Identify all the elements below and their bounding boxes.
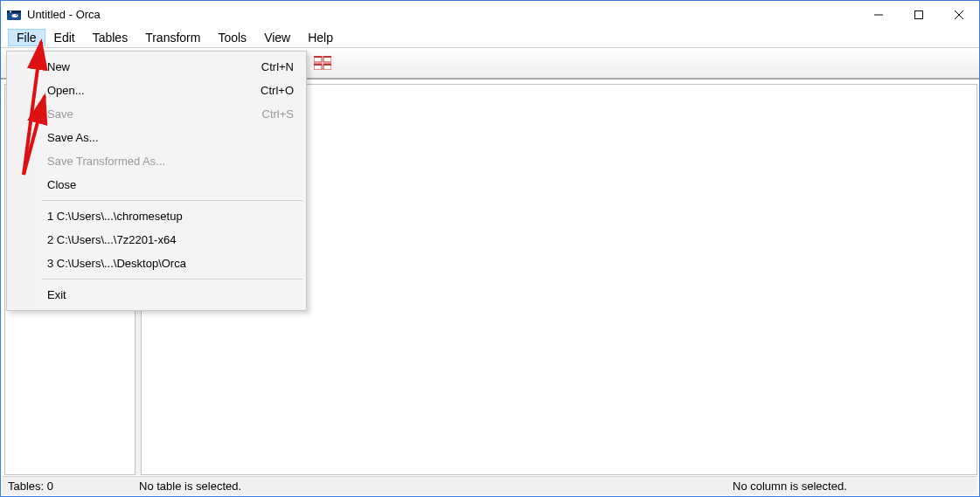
menu-item-close[interactable]: Close	[9, 173, 304, 197]
menu-separator	[42, 279, 302, 280]
window-title: Untitled - Orca	[27, 8, 858, 21]
menu-item-label: Save As...	[47, 131, 99, 144]
menu-item-recent-2[interactable]: 2 C:\Users\...\7z2201-x64	[9, 228, 304, 252]
svg-rect-15	[314, 64, 322, 66]
menu-item-new[interactable]: New Ctrl+N	[9, 55, 304, 79]
menu-item-label: Close	[47, 178, 76, 191]
titlebar: Untitled - Orca	[1, 0, 979, 28]
menu-help[interactable]: Help	[299, 29, 342, 46]
menu-edit[interactable]: Edit	[45, 29, 84, 46]
status-column-selection: No column is selected.	[733, 480, 977, 493]
menu-tools[interactable]: Tools	[209, 29, 255, 46]
menu-item-label: New	[47, 60, 70, 73]
app-icon	[6, 7, 22, 23]
svg-rect-14	[323, 56, 331, 58]
file-menu-dropdown: New Ctrl+N Open... Ctrl+O Save Ctrl+S Sa…	[6, 51, 307, 311]
menu-item-save-as[interactable]: Save As...	[9, 126, 304, 149]
maximize-button[interactable]	[899, 1, 939, 29]
menu-item-recent-3[interactable]: 3 C:\Users\...\Desktop\Orca	[9, 252, 304, 275]
menu-item-label: Exit	[47, 288, 66, 301]
svg-rect-6	[915, 10, 923, 18]
menu-item-label: Open...	[47, 84, 85, 97]
menu-item-shortcut: Ctrl+O	[261, 84, 294, 97]
menu-item-recent-1[interactable]: 1 C:\Users\...\chromesetup	[9, 204, 304, 228]
status-table-selection: No table is selected.	[139, 480, 733, 493]
menu-item-label: 3 C:\Users\...\Desktop\Orca	[47, 257, 186, 270]
menu-item-label: Save Transformed As...	[47, 155, 165, 168]
svg-point-3	[12, 14, 18, 17]
menu-item-label: 1 C:\Users\...\chromesetup	[47, 210, 183, 223]
menu-item-label: 2 C:\Users\...\7z2201-x64	[47, 233, 176, 246]
menu-item-shortcut: Ctrl+S	[262, 107, 294, 121]
menu-tables[interactable]: Tables	[84, 29, 136, 46]
menu-item-save-transformed-as: Save Transformed As...	[9, 149, 304, 173]
menu-item-label: Save	[47, 107, 73, 121]
minimize-button[interactable]	[858, 1, 899, 29]
menu-item-open[interactable]: Open... Ctrl+O	[9, 79, 304, 102]
menu-item-shortcut: Ctrl+N	[261, 60, 294, 73]
status-tables-count: Tables: 0	[3, 480, 139, 493]
menu-view[interactable]: View	[255, 29, 299, 46]
menu-item-save: Save Ctrl+S	[9, 102, 304, 126]
svg-rect-1	[7, 10, 21, 13]
menu-separator	[42, 200, 302, 201]
menu-file[interactable]: File	[8, 29, 45, 46]
menu-transform[interactable]: Transform	[136, 29, 209, 46]
statusbar: Tables: 0 No table is selected. No colum…	[3, 476, 977, 495]
menubar: File Edit Tables Transform Tools View He…	[1, 28, 979, 47]
menu-item-exit[interactable]: Exit	[9, 283, 304, 307]
svg-point-4	[16, 14, 17, 15]
toolbar-tables-icon[interactable]	[312, 52, 333, 73]
svg-rect-13	[314, 56, 322, 58]
svg-point-2	[10, 10, 11, 12]
close-button[interactable]	[939, 1, 979, 29]
svg-rect-16	[323, 64, 331, 66]
